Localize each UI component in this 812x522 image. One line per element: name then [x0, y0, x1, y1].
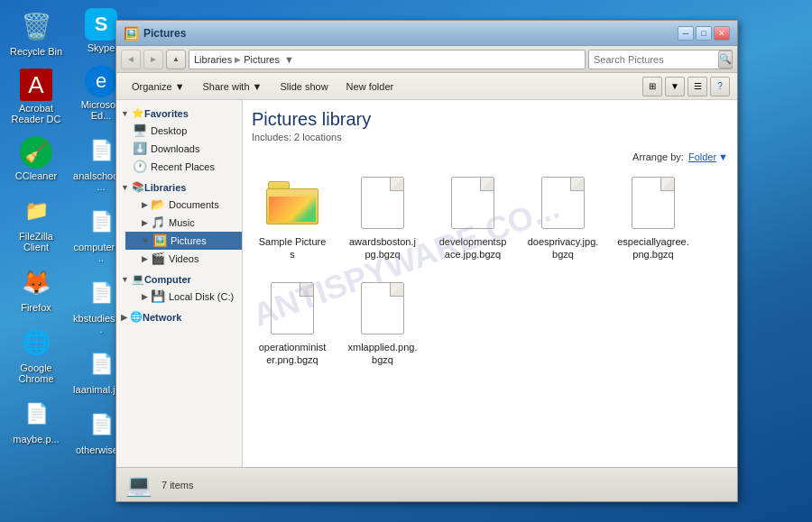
generic-file-developmentspace [451, 177, 494, 229]
localc-label: Local Disk (C:) [169, 291, 234, 302]
pictures-sidebar-icon: 🖼️ [152, 234, 167, 248]
file-item-sample-pictures[interactable]: Sample Pictures [252, 169, 333, 266]
toolbar: Organize ▼ Share with ▼ Slide show New f… [116, 73, 737, 100]
documents-label: Documents [169, 199, 219, 210]
generic-file-especiallyagree [632, 177, 675, 229]
sidebar-item-music[interactable]: ▶ 🎵 Music [125, 214, 242, 232]
back-button[interactable]: ◄ [121, 50, 141, 69]
organize-arrow: ▼ [175, 81, 185, 92]
file-item-developmentspace[interactable]: developmentspace.jpg.bgzq [432, 169, 513, 266]
title-bar: 🖼️ Pictures ─ □ ✕ [116, 21, 737, 46]
search-box: 🔍 [588, 50, 733, 69]
organize-button[interactable]: Organize ▼ [124, 76, 193, 97]
files-grid: Sample Pictures awardsboston.jpg.bgzq de… [252, 169, 728, 371]
sidebar-item-documents[interactable]: ▶ 📂 Documents [125, 196, 242, 214]
file-item-xmlapplied[interactable]: xmlapplied.png.bgzq [342, 275, 423, 371]
pictures-label: Pictures [171, 235, 207, 246]
sidebar-item-pictures[interactable]: ▼ 🖼️ Pictures [125, 232, 242, 250]
ccleaner-icon: 🧹 [20, 136, 52, 169]
desktop-icon-ccleaner[interactable]: 🧹 CCleaner [5, 133, 68, 185]
desktop-icon-maybe[interactable]: 📄 maybe.p... [5, 392, 68, 448]
view-dropdown[interactable]: ▼ [665, 77, 685, 96]
help-button[interactable]: ? [710, 77, 730, 96]
computer-header[interactable]: ▼ 💻 Computer [116, 270, 242, 288]
sidebar-item-videos[interactable]: ▶ 🎬 Videos [125, 250, 242, 268]
videos-icon: 🎬 [151, 252, 165, 266]
search-button[interactable]: 🔍 [718, 50, 733, 69]
forward-button[interactable]: ► [143, 50, 163, 69]
skype-icon: S [85, 8, 117, 41]
arrange-value[interactable]: Folder [688, 151, 716, 162]
share-with-button[interactable]: Share with ▼ [195, 76, 271, 97]
folder-photo [269, 197, 316, 222]
recent-icon: 🕐 [133, 160, 147, 174]
status-computer-icon: 💻 [125, 472, 152, 498]
network-header[interactable]: ▶ 🌐 Network [116, 308, 242, 325]
sidebar-item-localc[interactable]: ▶ 💾 Local Disk (C:) [125, 288, 242, 306]
desktop-icon-sidebar: 🖥️ [133, 124, 147, 138]
videos-expand: ▶ [142, 254, 148, 263]
address-content: Libraries ▶ Pictures ▼ [194, 54, 294, 65]
details-pane-button[interactable]: ☰ [687, 77, 707, 96]
documents-icon: 📂 [151, 197, 165, 212]
arrange-arrow[interactable]: ▼ [718, 151, 728, 162]
file-name-sample-pictures: Sample Pictures [256, 235, 328, 261]
file-icon-operationminister [263, 279, 321, 337]
slideshow-button[interactable]: Slide show [272, 76, 336, 97]
desktop-icon-chrome[interactable]: 🌐 Google Chrome [5, 321, 68, 388]
recent-label: Recent Places [151, 161, 215, 172]
nav-bar: ◄ ► ▲ Libraries ▶ Pictures ▼ 🔍 [116, 46, 737, 73]
desktop-icon-recycle-bin[interactable]: 🗑️ Recycle Bin [5, 5, 68, 60]
downloads-label: Downloads [151, 143, 199, 154]
recycle-bin-label: Recycle Bin [10, 46, 62, 57]
analschool-icon: 📄 [83, 133, 119, 169]
library-title: Pictures library [252, 109, 728, 130]
organize-label: Organize [132, 81, 172, 92]
skype-label: Skype [88, 42, 115, 53]
acrobat-label: Acrobat Reader DC [8, 103, 64, 124]
desktop-icon-filezilla[interactable]: 📁 FileZilla Client [5, 189, 68, 256]
file-item-awardsboston[interactable]: awardsboston.jpg.bgzq [342, 169, 423, 266]
localc-icon: 💾 [151, 289, 165, 304]
desktop-item-label: Desktop [151, 125, 187, 136]
sidebar-item-desktop[interactable]: 🖥️ Desktop [116, 122, 242, 140]
address-dropdown[interactable]: ▼ [284, 54, 294, 65]
arrange-label: Arrange by: [632, 151, 684, 162]
favorites-label: ⭐ [132, 107, 144, 119]
libraries-header[interactable]: ▼ 📚 Libraries [116, 179, 242, 196]
favorites-header[interactable]: ▼ ⭐ Favorites [116, 105, 242, 122]
new-folder-button[interactable]: New folder [338, 76, 402, 97]
sidebar-item-downloads[interactable]: ⬇️ Downloads [116, 140, 242, 158]
close-button[interactable]: ✕ [714, 26, 730, 41]
file-item-doesprivacy[interactable]: doesprivacy.jpg.bgzq [522, 169, 604, 266]
folder-inner [269, 197, 316, 222]
otherwise-icon: 📄 [83, 407, 119, 443]
minimize-button[interactable]: ─ [678, 26, 694, 41]
views-button[interactable]: ⊞ [642, 77, 662, 96]
favorites-section: ▼ ⭐ Favorites 🖥️ Desktop ⬇️ Downloads 🕐 … [116, 105, 242, 176]
file-item-especiallyagree[interactable]: especiallyagree.png.bgzq [613, 169, 694, 266]
address-bar[interactable]: Libraries ▶ Pictures ▼ [189, 50, 586, 69]
file-icon-developmentspace [444, 174, 502, 232]
desktop-icon-firefox[interactable]: 🦊 Firefox [5, 261, 68, 316]
libraries-items: ▶ 📂 Documents ▶ 🎵 Music ▼ 🖼️ Pictures [125, 196, 242, 268]
file-name-awardsboston: awardsboston.jpg.bgzq [346, 235, 419, 261]
sidebar-item-recent[interactable]: 🕐 Recent Places [116, 158, 242, 176]
file-name-doesprivacy: doesprivacy.jpg.bgzq [527, 235, 599, 261]
up-button[interactable]: ▲ [166, 50, 186, 69]
videos-label: Videos [169, 253, 198, 264]
file-name-operationminister: operationminister.png.bgzq [256, 341, 328, 367]
address-sep1: ▶ [235, 55, 241, 64]
content-area: ▼ ⭐ Favorites 🖥️ Desktop ⬇️ Downloads 🕐 … [116, 100, 737, 467]
search-input[interactable] [594, 54, 718, 65]
status-count: 7 items [161, 480, 193, 490]
desktop-icon-acrobat[interactable]: A Acrobat Reader DC [5, 65, 68, 128]
docs-expand: ▶ [142, 200, 148, 209]
file-icon-doesprivacy [534, 174, 592, 232]
computer-section: ▼ 💻 Computer ▶ 💾 Local Disk (C:) [116, 270, 242, 306]
restore-button[interactable]: □ [696, 26, 712, 41]
file-icon-xmlapplied [354, 279, 411, 337]
favorites-expand-icon: ▼ [121, 109, 129, 118]
file-item-operationminister[interactable]: operationminister.png.bgzq [252, 275, 333, 371]
computer-text: Computer [144, 274, 191, 285]
